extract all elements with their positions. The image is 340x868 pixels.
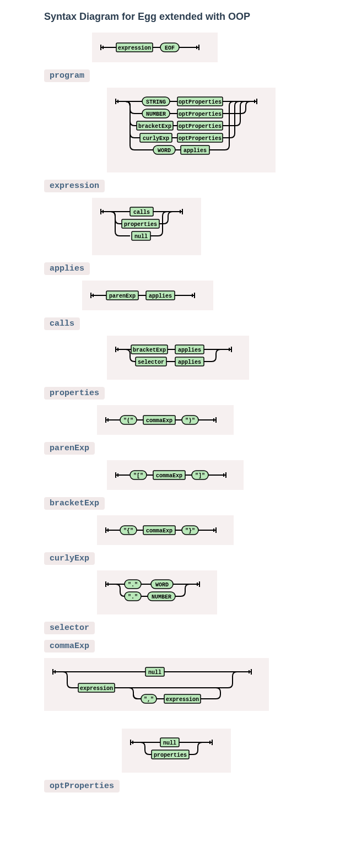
node-applies-e: applies — [184, 148, 207, 154]
node-word-s: WORD — [155, 582, 169, 588]
rule-heading-applies: applies — [44, 262, 90, 275]
rule-heading-optproperties: optProperties — [44, 780, 120, 792]
node-applies-c: applies — [149, 293, 172, 299]
node-properties-op: properties — [154, 752, 187, 758]
node-selector-p: selector — [138, 359, 164, 365]
rule-heading-commaexp: commaExp — [44, 640, 95, 653]
diagram-expression: STRING optProperties NUMBER optPropertie… — [107, 88, 276, 172]
node-curlyexp-e: curlyExp — [143, 136, 169, 142]
diagram-program: expression EOF — [92, 33, 218, 62]
node-expression: expression — [118, 45, 151, 51]
node-dot-1: "." — [128, 582, 138, 588]
node-optprops-2: optProperties — [179, 111, 222, 117]
diagram-calls: parenExp applies — [82, 281, 213, 310]
node-comma: "," — [144, 697, 154, 703]
node-bracketexp-p: bracketExp — [133, 347, 166, 353]
rule-heading-parenexp: parenExp — [44, 442, 95, 455]
node-null-op: null — [163, 740, 176, 746]
node-applies-p1: applies — [178, 347, 201, 353]
diagram-curlyexp: "{" commaExp "}" — [97, 515, 234, 545]
node-commaexp-p: commaExp — [146, 418, 172, 424]
node-dot-2: "." — [128, 594, 138, 600]
node-optprops-1: optProperties — [179, 99, 222, 105]
node-rparen: ")" — [185, 418, 195, 424]
diagram-parenexp: "(" commaExp ")" — [97, 405, 234, 435]
diagram-bracketexp: "[" commaExp "]" — [107, 460, 244, 490]
diagram-applies: calls properties null — [92, 198, 201, 255]
node-applies-p2: applies — [178, 359, 201, 365]
rule-heading-curlyexp: curlyExp — [44, 552, 95, 565]
node-string: STRING — [146, 99, 166, 105]
node-commaexp-c: commaExp — [146, 528, 172, 534]
node-parenexp-c: parenExp — [109, 293, 136, 299]
page-title: Syntax Diagram for Egg extended with OOP — [44, 11, 296, 23]
diagram-commaexp: null expression "," expression — [44, 658, 269, 711]
node-expression-ce2: expression — [166, 697, 199, 703]
node-eof: EOF — [165, 45, 175, 51]
node-calls: calls — [133, 209, 150, 215]
node-lbracket: "[" — [133, 473, 143, 479]
node-number: NUMBER — [146, 111, 166, 117]
rule-heading-selector: selector — [44, 622, 95, 634]
node-optprops-3: optProperties — [179, 123, 222, 130]
rule-heading-properties: properties — [44, 387, 105, 400]
node-lparen: "(" — [123, 418, 133, 424]
rule-heading-calls: calls — [44, 317, 80, 330]
node-number-s: NUMBER — [152, 594, 171, 600]
node-word-e: WORD — [158, 148, 171, 154]
diagram-selector: "." WORD "." NUMBER — [97, 570, 217, 614]
node-optprops-4: optProperties — [179, 136, 222, 142]
node-rbracket: "]" — [195, 473, 205, 479]
rule-heading-program: program — [44, 69, 90, 82]
diagram-optproperties: null properties — [122, 729, 231, 773]
node-commaexp-b: commaExp — [156, 473, 182, 479]
diagram-properties: bracketExp applies selector applies — [107, 336, 249, 380]
node-null-ce: null — [148, 670, 161, 676]
node-lbrace: "{" — [123, 528, 133, 534]
rule-heading-expression: expression — [44, 180, 105, 192]
node-expression-ce1: expression — [80, 686, 113, 692]
node-properties-a: properties — [124, 222, 157, 228]
node-bracketexp-e: bracketExp — [138, 123, 171, 130]
node-null-a: null — [134, 234, 148, 240]
rule-heading-bracketexp: bracketExp — [44, 497, 105, 510]
node-rbrace: "}" — [185, 528, 195, 534]
